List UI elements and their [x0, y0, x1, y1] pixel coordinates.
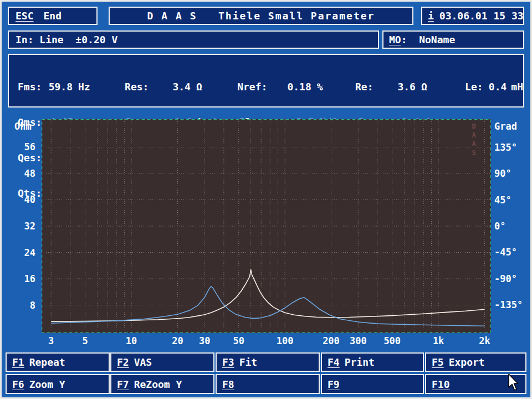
- x-axis-tick: 300: [341, 335, 375, 347]
- esc-action-label: End: [44, 10, 62, 22]
- f9-button[interactable]: F9: [321, 374, 424, 394]
- left-axis-tick: 24: [0, 247, 35, 259]
- fkey-label: F2: [117, 356, 129, 368]
- param-unit: Ω: [191, 81, 237, 93]
- param-label: Nref:: [237, 81, 270, 93]
- fkey-label: F8: [222, 378, 234, 390]
- f8-button[interactable]: F8: [216, 374, 320, 394]
- info-datetime-button[interactable]: i 03.06.01 15 33: [421, 7, 524, 25]
- fkey-action: ReZoom Y: [134, 378, 182, 390]
- fkey-action: Export: [449, 356, 485, 368]
- mo-key-label: MO: [389, 34, 401, 45]
- left-axis-tick: 16: [0, 273, 35, 285]
- mo-value-text: : NoName: [401, 34, 456, 45]
- f3-fit-button[interactable]: F3Fit: [216, 352, 320, 372]
- f6-zoom-y-button[interactable]: F6Zoom Y: [6, 374, 110, 394]
- param-unit: mH: [507, 81, 523, 93]
- f5-export-button[interactable]: F5Export: [425, 352, 526, 372]
- fkey-label: F9: [328, 378, 340, 390]
- x-axis-tick: 100: [268, 335, 301, 347]
- fkey-label: F10: [432, 378, 450, 390]
- fkey-label: F5: [432, 356, 444, 368]
- esc-key-label: ESC: [16, 10, 34, 22]
- param-label: Re:: [355, 81, 377, 93]
- mo-model-button[interactable]: MO : NoName: [382, 30, 524, 49]
- x-axis-tick: 20: [161, 335, 194, 347]
- param-unit: Hz: [73, 81, 125, 93]
- datetime-text: 03.06.01 15 33: [439, 10, 524, 22]
- right-axis-tick: -45°: [494, 246, 517, 258]
- f1-repeat-button[interactable]: F1Repeat: [6, 352, 110, 372]
- impedance-phase-plot: DAAS: [42, 119, 491, 333]
- x-axis-tick: 1k: [422, 335, 455, 347]
- title-text: D A A S Thiele Small Parameter: [147, 10, 375, 22]
- fkey-label: F1: [12, 356, 24, 368]
- fkey-label: F7: [117, 378, 129, 390]
- window-title: D A A S Thiele Small Parameter: [109, 7, 413, 25]
- param-value: 3.4: [155, 81, 191, 93]
- input-status-bar[interactable]: In: Line ±0.20 V: [8, 30, 379, 49]
- param-label: Fms:: [18, 81, 48, 93]
- fkey-action: Print: [345, 356, 375, 368]
- param-unit: Ω: [416, 81, 465, 93]
- fkey-action: VAS: [134, 356, 152, 368]
- fkey-label: F6: [12, 378, 24, 390]
- esc-end-button[interactable]: ESC End: [8, 7, 98, 25]
- right-axis-tick: -135°: [494, 299, 523, 311]
- f7-rezoom-y-button[interactable]: F7ReZoom Y: [110, 374, 214, 394]
- right-axis-title: Grad: [494, 121, 517, 132]
- fkey-action: Fit: [239, 356, 258, 368]
- x-axis-tick: 3: [34, 335, 68, 347]
- input-status-text: In: Line ±0.20 V: [16, 34, 117, 45]
- x-axis-tick: 500: [376, 335, 409, 347]
- plot-canvas: [42, 119, 491, 333]
- right-axis-tick: -90°: [494, 273, 517, 285]
- x-axis-tick: 10: [115, 335, 148, 347]
- x-axis-tick: 5: [69, 335, 102, 347]
- x-axis-tick: 200: [314, 335, 347, 347]
- param-label: Le:: [465, 81, 488, 93]
- param-value: 59.8: [48, 81, 73, 93]
- param-value: 0.18: [270, 81, 311, 93]
- daas-watermark: DAAS: [470, 122, 478, 158]
- param-label: Res:: [125, 81, 155, 93]
- left-axis-title: Ohm: [14, 121, 32, 132]
- fkey-label: F4: [328, 356, 340, 368]
- x-axis-tick: 50: [222, 335, 255, 347]
- mouse-cursor-icon: [508, 374, 523, 392]
- f2-vas-button[interactable]: F2VAS: [110, 352, 214, 372]
- parameter-panel: Fms:59.8HzRes:3.4ΩNref:0.18%Re:3.6ΩLe:0.…: [8, 54, 524, 108]
- info-key-label: i: [428, 10, 434, 22]
- fkey-action: Repeat: [29, 356, 65, 368]
- fkey-label: F3: [222, 356, 234, 368]
- x-axis-tick: 30: [188, 335, 221, 347]
- fkey-action: Zoom Y: [29, 378, 65, 390]
- param-unit: %: [311, 81, 355, 93]
- param-value: 3.6: [377, 81, 416, 93]
- param-value: 0.4: [488, 81, 507, 93]
- f4-print-button[interactable]: F4Print: [321, 352, 424, 372]
- daas-screen: ESC End D A A S Thiele Small Parameter i…: [0, 0, 532, 399]
- parameter-row: Fms:59.8HzRes:3.4ΩNref:0.18%Re:3.6ΩLe:0.…: [18, 81, 523, 93]
- left-axis-tick: 8: [0, 299, 35, 311]
- x-axis-tick: 2k: [468, 335, 502, 347]
